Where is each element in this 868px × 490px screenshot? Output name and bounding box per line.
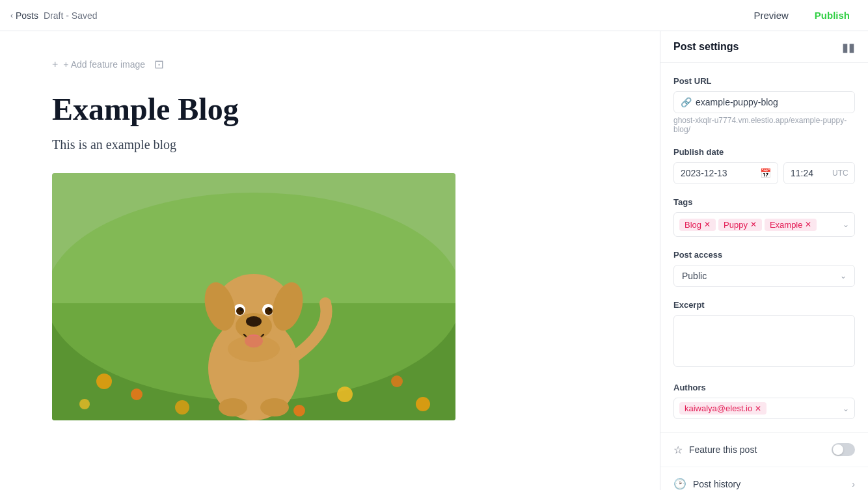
- tags-field: Tags Blog ✕ Puppy ✕ Example ✕ ⌄: [673, 197, 855, 237]
- svg-point-3: [96, 374, 112, 389]
- post-history-icon: 🕑: [673, 478, 686, 490]
- post-image: [52, 173, 455, 420]
- star-icon: ☆: [673, 444, 683, 456]
- post-settings-sidebar: Post settings ▮▮ Post URL 🔗 ghost-xkqlr-…: [660, 31, 868, 490]
- sidebar-toggle-icon[interactable]: ▮▮: [842, 40, 855, 53]
- back-label: Posts: [16, 10, 38, 21]
- svg-point-8: [391, 375, 403, 387]
- topbar-left: ‹ Posts Draft - Saved: [10, 10, 98, 21]
- editor-area: + + Add feature image ⊡ Example Blog Thi…: [0, 31, 660, 490]
- svg-point-15: [246, 316, 262, 327]
- svg-point-10: [79, 399, 90, 409]
- post-image-container: [52, 173, 455, 420]
- add-feature-image-label: + Add feature image: [63, 59, 145, 70]
- back-link[interactable]: ‹ Posts: [10, 10, 38, 21]
- main-layout: + + Add feature image ⊡ Example Blog Thi…: [0, 31, 868, 490]
- post-excerpt[interactable]: This is an example blog: [52, 137, 608, 152]
- feature-post-label: Feature this post: [689, 444, 757, 455]
- sidebar-title: Post settings: [673, 41, 739, 53]
- post-access-field: Post access Public ⌄: [673, 250, 855, 287]
- tag-chip-blog: Blog ✕: [679, 219, 716, 231]
- post-url-input-container[interactable]: 🔗: [673, 91, 855, 113]
- tags-container[interactable]: Blog ✕ Puppy ✕ Example ✕ ⌄: [673, 212, 855, 237]
- svg-point-18: [236, 307, 244, 315]
- authors-field: Authors kaiwalya@elest.io ✕ ⌄: [673, 383, 855, 419]
- svg-point-11: [293, 405, 305, 416]
- svg-point-5: [175, 400, 189, 415]
- post-history-left: 🕑 Post history: [673, 478, 740, 490]
- tag-puppy-remove-button[interactable]: ✕: [750, 221, 757, 228]
- post-history-chevron-icon: ›: [852, 479, 855, 489]
- calendar-icon[interactable]: 📅: [760, 168, 771, 178]
- bookmark-icon: ⊡: [154, 57, 164, 72]
- tag-example-remove-button[interactable]: ✕: [805, 221, 811, 228]
- svg-point-19: [265, 307, 273, 315]
- publish-date-label: Publish date: [673, 147, 855, 157]
- date-time-row: 📅 UTC: [673, 162, 855, 184]
- draft-status: Draft - Saved: [44, 10, 97, 21]
- time-input[interactable]: [791, 168, 830, 178]
- post-access-chevron-icon: ⌄: [840, 271, 847, 280]
- topbar: ‹ Posts Draft - Saved Preview Publish: [0, 0, 868, 31]
- post-access-label: Post access: [673, 250, 855, 260]
- add-feature-image-button[interactable]: + + Add feature image ⊡: [52, 57, 608, 72]
- author-kaiwalya-remove-button[interactable]: ✕: [755, 405, 761, 413]
- svg-point-4: [131, 388, 142, 400]
- post-access-value: Public: [682, 271, 707, 281]
- feature-post-left: ☆ Feature this post: [673, 444, 757, 456]
- post-url-hint: ghost-xkqlr-u7774.vm.elestio.app/example…: [673, 116, 855, 134]
- tag-chip-puppy-label: Puppy: [724, 220, 748, 230]
- excerpt-label: Excerpt: [673, 300, 855, 310]
- toggle-knob: [833, 444, 843, 455]
- back-arrow-icon: ‹: [10, 11, 13, 20]
- svg-point-7: [337, 387, 353, 402]
- svg-point-20: [240, 308, 243, 311]
- tag-chip-puppy: Puppy ✕: [718, 219, 762, 231]
- post-url-input[interactable]: [696, 97, 848, 107]
- preview-button[interactable]: Preview: [746, 6, 796, 25]
- post-access-select[interactable]: Public ⌄: [673, 265, 855, 287]
- date-input-container[interactable]: 📅: [673, 162, 778, 184]
- date-input[interactable]: [681, 168, 757, 178]
- tags-chevron-icon: ⌄: [843, 220, 849, 229]
- plus-icon: +: [52, 59, 58, 70]
- post-url-field: Post URL 🔗 ghost-xkqlr-u7774.vm.elestio.…: [673, 76, 855, 134]
- svg-point-27: [228, 336, 280, 362]
- svg-point-9: [416, 397, 430, 411]
- topbar-right: Preview Publish: [746, 6, 858, 25]
- tag-chip-example-label: Example: [770, 220, 803, 230]
- feature-post-row: ☆ Feature this post: [660, 432, 868, 467]
- utc-label: UTC: [832, 169, 848, 178]
- author-chip-kaiwalya-label: kaiwalya@elest.io: [685, 403, 752, 413]
- link-icon: 🔗: [681, 97, 692, 107]
- svg-point-25: [219, 398, 247, 416]
- tag-chip-blog-label: Blog: [685, 220, 701, 230]
- post-history-row[interactable]: 🕑 Post history ›: [660, 467, 868, 490]
- post-history-label: Post history: [693, 479, 740, 489]
- sidebar-header: Post settings ▮▮: [660, 31, 868, 63]
- svg-point-26: [260, 398, 289, 416]
- publish-date-field: Publish date 📅 UTC: [673, 147, 855, 184]
- author-chip-kaiwalya: kaiwalya@elest.io ✕: [679, 402, 766, 415]
- svg-point-21: [269, 308, 271, 311]
- tag-blog-remove-button[interactable]: ✕: [704, 221, 711, 228]
- post-url-label: Post URL: [673, 76, 855, 86]
- authors-container[interactable]: kaiwalya@elest.io ✕ ⌄: [673, 398, 855, 419]
- post-title[interactable]: Example Blog: [52, 92, 608, 127]
- feature-post-toggle[interactable]: [832, 443, 855, 456]
- authors-chevron-icon: ⌄: [843, 404, 849, 413]
- publish-button[interactable]: Publish: [807, 6, 858, 25]
- tags-label: Tags: [673, 197, 855, 207]
- tag-chip-example: Example ✕: [765, 219, 817, 231]
- time-input-container[interactable]: UTC: [783, 162, 855, 184]
- sidebar-body: Post URL 🔗 ghost-xkqlr-u7774.vm.elestio.…: [660, 76, 868, 432]
- excerpt-textarea[interactable]: [673, 315, 855, 367]
- authors-label: Authors: [673, 383, 855, 392]
- excerpt-field: Excerpt: [673, 300, 855, 370]
